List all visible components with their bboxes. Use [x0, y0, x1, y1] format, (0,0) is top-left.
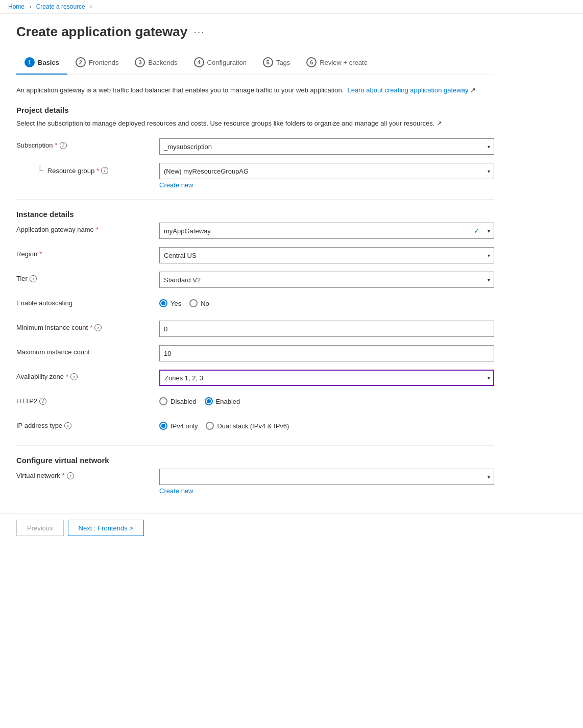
page-title: Create application gateway	[16, 24, 187, 40]
min-instance-required: *	[90, 324, 92, 331]
http2-enabled-radio[interactable]	[205, 397, 213, 405]
autoscaling-row: Enable autoscaling Yes No	[16, 296, 494, 312]
min-instance-count-control	[159, 321, 494, 337]
resource-group-info-icon[interactable]: i	[101, 167, 108, 174]
wizard-tabs: 1 Basics 2 Frontends 3 Backends 4 Config…	[16, 52, 494, 75]
resource-group-label: └ Resource group * i	[16, 163, 159, 175]
resource-group-select[interactable]: (New) myResourceGroupAG	[159, 163, 494, 179]
min-instance-count-input[interactable]	[159, 321, 494, 337]
tab-configuration[interactable]: 4 Configuration	[186, 52, 255, 75]
max-instance-count-input[interactable]	[159, 345, 494, 361]
autoscaling-label: Enable autoscaling	[16, 296, 159, 307]
dual-stack-label: Dual stack (IPv4 & IPv6)	[217, 422, 289, 430]
virtual-network-select[interactable]	[159, 469, 494, 485]
region-row: Region * Central US ▾	[16, 247, 494, 263]
tier-select-wrapper: Standard V2 ▾	[159, 272, 494, 288]
min-instance-count-label: Minimum instance count * i	[16, 321, 159, 331]
breadcrumb-home[interactable]: Home	[8, 3, 25, 10]
autoscaling-yes-option[interactable]: Yes	[159, 299, 181, 307]
min-instance-count-row: Minimum instance count * i	[16, 321, 494, 337]
tab-step-6: 6	[306, 57, 317, 67]
region-required: *	[39, 250, 42, 258]
tab-step-5: 5	[263, 57, 273, 67]
project-details-description: Select the subscription to manage deploy…	[16, 118, 494, 129]
previous-button[interactable]: Previous	[16, 520, 64, 536]
ip-address-type-row: IP address type i IPv4 only Dual stack (…	[16, 419, 494, 435]
resource-group-required: *	[96, 167, 99, 175]
tab-review-create[interactable]: 6 Review + create	[298, 52, 376, 75]
virtual-network-control: ▾ Create new	[159, 469, 494, 495]
gateway-name-label: Application gateway name *	[16, 223, 159, 233]
availability-zone-label: Availability zone * i	[16, 370, 159, 380]
resource-group-select-wrapper: (New) myResourceGroupAG ▾	[159, 163, 494, 179]
virtual-network-label: Virtual network * i	[16, 469, 159, 479]
http2-info-icon[interactable]: i	[39, 398, 46, 405]
http2-enabled-option[interactable]: Enabled	[205, 397, 240, 405]
region-control: Central US ▾	[159, 247, 494, 263]
min-instance-info-icon[interactable]: i	[94, 324, 102, 331]
gateway-name-row: Application gateway name * myAppGateway …	[16, 223, 494, 239]
dual-stack-radio[interactable]	[206, 422, 214, 430]
dual-stack-option[interactable]: Dual stack (IPv4 & IPv6)	[206, 422, 289, 430]
http2-enabled-label: Enabled	[216, 398, 240, 405]
availability-zone-select[interactable]: Zones 1, 2, 3	[159, 370, 494, 386]
autoscaling-yes-radio[interactable]	[159, 299, 167, 307]
breadcrumb-create-resource[interactable]: Create a resource	[36, 3, 85, 10]
divider-1	[16, 199, 494, 200]
tab-backends-label: Backends	[148, 59, 177, 66]
virtual-network-info-icon[interactable]: i	[67, 472, 74, 479]
http2-disabled-option[interactable]: Disabled	[159, 397, 197, 405]
availability-zone-info-icon[interactable]: i	[70, 373, 78, 380]
availability-zone-select-wrapper: Zones 1, 2, 3 ▾	[159, 370, 494, 386]
region-select-wrapper: Central US ▾	[159, 247, 494, 263]
http2-label: HTTP2 i	[16, 394, 159, 405]
max-instance-count-control	[159, 345, 494, 361]
ip-address-type-info-icon[interactable]: i	[64, 422, 71, 429]
tab-step-3: 3	[135, 57, 145, 67]
learn-more-link[interactable]: Learn about creating application gateway	[347, 86, 468, 94]
gateway-name-control: myAppGateway ✓ ▾	[159, 223, 494, 239]
tier-label: Tier i	[16, 272, 159, 282]
more-options-icon[interactable]: ···	[193, 26, 205, 38]
instance-details-title: Instance details	[16, 210, 494, 219]
ipv4-only-radio[interactable]	[159, 422, 167, 430]
subscription-select[interactable]: _mysubscription	[159, 138, 494, 155]
tab-tags-label: Tags	[276, 59, 290, 66]
subscription-control: _mysubscription ▾	[159, 138, 494, 155]
next-button[interactable]: Next : Frontends >	[68, 520, 144, 536]
gateway-name-select-wrapper: myAppGateway ✓ ▾	[159, 223, 494, 239]
external-link-icon: ↗	[470, 86, 476, 94]
tab-backends[interactable]: 3 Backends	[127, 52, 185, 75]
subscription-required: *	[55, 141, 58, 149]
region-label: Region *	[16, 247, 159, 258]
ipv4-only-option[interactable]: IPv4 only	[159, 422, 198, 430]
project-details-title: Project details	[16, 106, 494, 114]
footer: Previous Next : Frontends >	[0, 513, 583, 542]
tier-info-icon[interactable]: i	[30, 275, 37, 282]
autoscaling-control: Yes No	[159, 296, 494, 307]
virtual-network-create-new-link[interactable]: Create new	[159, 487, 193, 495]
http2-disabled-radio[interactable]	[159, 397, 167, 405]
tab-frontends-label: Frontends	[89, 59, 119, 66]
gateway-description: An application gateway is a web traffic …	[16, 85, 494, 95]
subscription-info-icon[interactable]: i	[60, 142, 67, 149]
tab-tags[interactable]: 5 Tags	[255, 52, 298, 75]
tier-select[interactable]: Standard V2	[159, 272, 494, 288]
availability-zone-row: Availability zone * i Zones 1, 2, 3 ▾	[16, 370, 494, 386]
tab-configuration-label: Configuration	[207, 59, 247, 66]
availability-zone-required: *	[66, 373, 68, 380]
max-instance-count-label: Maximum instance count	[16, 345, 159, 356]
region-select[interactable]: Central US	[159, 247, 494, 263]
virtual-network-section-title: Configure virtual network	[16, 456, 494, 465]
http2-row: HTTP2 i Disabled Enabled	[16, 394, 494, 410]
breadcrumb: Home › Create a resource ›	[0, 0, 583, 14]
autoscaling-no-option[interactable]: No	[189, 299, 209, 307]
autoscaling-no-radio[interactable]	[189, 299, 198, 307]
tab-basics[interactable]: 1 Basics	[16, 52, 67, 75]
resource-group-create-new-link[interactable]: Create new	[159, 181, 193, 189]
gateway-name-select[interactable]: myAppGateway	[159, 223, 494, 239]
tier-control: Standard V2 ▾	[159, 272, 494, 288]
availability-zone-control: Zones 1, 2, 3 ▾	[159, 370, 494, 386]
subscription-select-wrapper: _mysubscription ▾	[159, 138, 494, 155]
tab-frontends[interactable]: 2 Frontends	[67, 52, 127, 75]
